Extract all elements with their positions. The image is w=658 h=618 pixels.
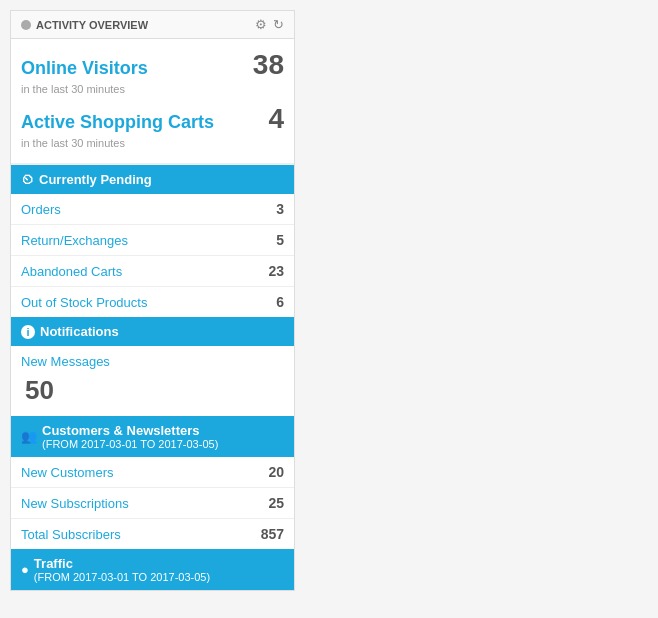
users-icon: 👥 (21, 429, 37, 444)
table-row: New Subscriptions 25 (11, 488, 294, 519)
out-of-stock-value: 6 (276, 294, 284, 310)
table-row: Orders 3 (11, 194, 294, 225)
notifications-section-header: i Notifications (11, 317, 294, 346)
notifications-inner: New Messages 50 (11, 346, 294, 416)
table-row: Abandoned Carts 23 (11, 256, 294, 287)
active-carts-sublabel: in the last 30 minutes (21, 137, 284, 149)
new-customers-value: 20 (268, 464, 284, 480)
table-row: Out of Stock Products 6 (11, 287, 294, 317)
new-customers-label: New Customers (21, 465, 113, 480)
total-subscribers-label: Total Subscribers (21, 527, 121, 542)
widget-header-icons: ⚙ ↻ (255, 17, 284, 32)
activity-overview-widget: ACTIVITY OVERVIEW ⚙ ↻ Online Visitors 38… (10, 10, 295, 591)
info-icon: i (21, 325, 35, 339)
traffic-section-header: ● Traffic (FROM 2017-03-01 TO 2017-03-05… (11, 549, 294, 590)
return-exchanges-label: Return/Exchanges (21, 233, 128, 248)
customers-section-header: 👥 Customers & Newsletters (FROM 2017-03-… (11, 416, 294, 457)
table-row: Return/Exchanges 5 (11, 225, 294, 256)
customers-header-content: Customers & Newsletters (FROM 2017-03-01… (42, 423, 218, 450)
abandoned-carts-value: 23 (268, 263, 284, 279)
widget-header-left: ACTIVITY OVERVIEW (21, 19, 148, 31)
abandoned-carts-label: Abandoned Carts (21, 264, 122, 279)
out-of-stock-label: Out of Stock Products (21, 295, 147, 310)
customers-header-label: Customers & Newsletters (42, 423, 200, 438)
return-exchanges-value: 5 (276, 232, 284, 248)
gear-icon[interactable]: ⚙ (255, 17, 267, 32)
widget-header: ACTIVITY OVERVIEW ⚙ ↻ (11, 11, 294, 39)
online-visitors-label: Online Visitors (21, 58, 148, 79)
notifications-section: New Messages 50 (11, 346, 294, 416)
widget-title: ACTIVITY OVERVIEW (36, 19, 148, 31)
status-dot-icon (21, 20, 31, 30)
online-visitors-row: Online Visitors 38 (21, 49, 284, 81)
traffic-date-range: (FROM 2017-03-01 TO 2017-03-05) (34, 571, 210, 583)
new-messages-label: New Messages (21, 354, 284, 369)
customers-rows-container: New Customers 20 New Subscriptions 25 To… (11, 457, 294, 549)
traffic-header-content: Traffic (FROM 2017-03-01 TO 2017-03-05) (34, 556, 210, 583)
traffic-header-label: Traffic (34, 556, 73, 571)
refresh-icon[interactable]: ↻ (273, 17, 284, 32)
customers-date-range: (FROM 2017-03-01 TO 2017-03-05) (42, 438, 218, 450)
table-row: New Customers 20 (11, 457, 294, 488)
online-visitors-value: 38 (253, 49, 284, 81)
pending-rows-container: Orders 3 Return/Exchanges 5 Abandoned Ca… (11, 194, 294, 317)
notifications-header-label: Notifications (40, 324, 119, 339)
clock-icon: ⏲ (21, 172, 34, 187)
online-visitors-sublabel: in the last 30 minutes (21, 83, 284, 95)
traffic-icon: ● (21, 562, 29, 577)
active-carts-value: 4 (268, 103, 284, 135)
pending-section-header: ⏲ Currently Pending (11, 164, 294, 194)
active-carts-label: Active Shopping Carts (21, 112, 214, 133)
pending-header-label: Currently Pending (39, 172, 152, 187)
table-row: Total Subscribers 857 (11, 519, 294, 549)
new-subscriptions-value: 25 (268, 495, 284, 511)
online-visitors-section: Online Visitors 38 in the last 30 minute… (11, 39, 294, 164)
new-messages-value: 50 (21, 375, 284, 406)
orders-value: 3 (276, 201, 284, 217)
new-subscriptions-label: New Subscriptions (21, 496, 129, 511)
total-subscribers-value: 857 (261, 526, 284, 542)
orders-label: Orders (21, 202, 61, 217)
active-carts-row: Active Shopping Carts 4 (21, 103, 284, 135)
